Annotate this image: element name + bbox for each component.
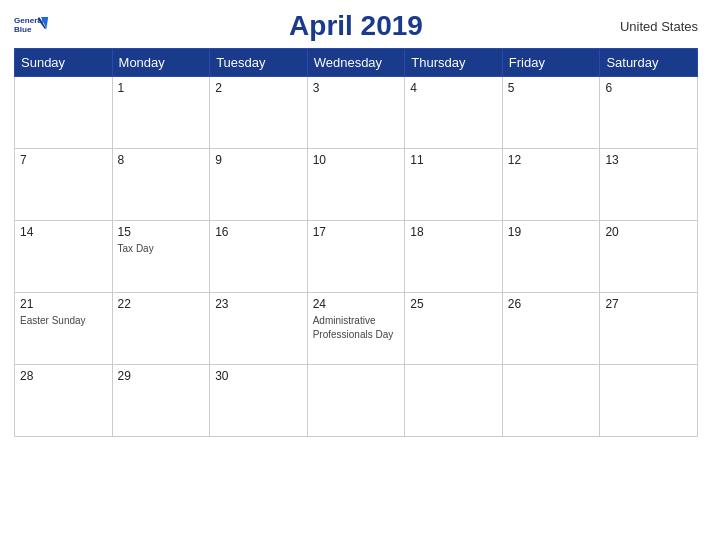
event-label: Administrative Professionals Day xyxy=(313,315,394,340)
week-row-1: 123456 xyxy=(15,77,698,149)
day-number: 19 xyxy=(508,225,595,239)
day-number: 8 xyxy=(118,153,205,167)
calendar-title: April 2019 xyxy=(289,10,423,42)
day-cell: 8 xyxy=(112,149,210,221)
day-cell: 7 xyxy=(15,149,113,221)
event-label: Easter Sunday xyxy=(20,315,86,326)
day-number: 2 xyxy=(215,81,302,95)
week-row-4: 21Easter Sunday222324Administrative Prof… xyxy=(15,293,698,365)
day-number: 29 xyxy=(118,369,205,383)
day-cell: 16 xyxy=(210,221,308,293)
day-number: 13 xyxy=(605,153,692,167)
weekday-saturday: Saturday xyxy=(600,49,698,77)
weekday-tuesday: Tuesday xyxy=(210,49,308,77)
day-number: 17 xyxy=(313,225,400,239)
weekday-header-row: SundayMondayTuesdayWednesdayThursdayFrid… xyxy=(15,49,698,77)
calendar-wrapper: General Blue April 2019 United States Su… xyxy=(0,0,712,550)
day-number: 12 xyxy=(508,153,595,167)
event-label: Tax Day xyxy=(118,243,154,254)
day-number: 26 xyxy=(508,297,595,311)
day-cell xyxy=(502,365,600,437)
day-number: 10 xyxy=(313,153,400,167)
day-number: 20 xyxy=(605,225,692,239)
day-cell xyxy=(307,365,405,437)
day-number: 1 xyxy=(118,81,205,95)
calendar-header: General Blue April 2019 United States xyxy=(14,10,698,42)
week-row-5: 282930 xyxy=(15,365,698,437)
day-number: 6 xyxy=(605,81,692,95)
day-cell: 23 xyxy=(210,293,308,365)
day-number: 23 xyxy=(215,297,302,311)
day-number: 16 xyxy=(215,225,302,239)
day-cell xyxy=(405,365,503,437)
day-cell: 28 xyxy=(15,365,113,437)
day-number: 30 xyxy=(215,369,302,383)
day-cell: 21Easter Sunday xyxy=(15,293,113,365)
day-cell: 4 xyxy=(405,77,503,149)
day-cell: 15Tax Day xyxy=(112,221,210,293)
day-number: 18 xyxy=(410,225,497,239)
day-number: 3 xyxy=(313,81,400,95)
logo: General Blue xyxy=(14,12,50,40)
svg-text:Blue: Blue xyxy=(14,25,32,34)
day-cell: 2 xyxy=(210,77,308,149)
day-number: 22 xyxy=(118,297,205,311)
day-cell: 11 xyxy=(405,149,503,221)
weekday-friday: Friday xyxy=(502,49,600,77)
day-number: 15 xyxy=(118,225,205,239)
day-cell: 18 xyxy=(405,221,503,293)
day-number: 11 xyxy=(410,153,497,167)
day-cell: 6 xyxy=(600,77,698,149)
weekday-monday: Monday xyxy=(112,49,210,77)
weekday-wednesday: Wednesday xyxy=(307,49,405,77)
day-cell: 20 xyxy=(600,221,698,293)
weekday-sunday: Sunday xyxy=(15,49,113,77)
day-number: 24 xyxy=(313,297,400,311)
day-cell: 26 xyxy=(502,293,600,365)
day-number: 27 xyxy=(605,297,692,311)
week-row-3: 1415Tax Day1617181920 xyxy=(15,221,698,293)
calendar-table: SundayMondayTuesdayWednesdayThursdayFrid… xyxy=(14,48,698,437)
day-cell: 14 xyxy=(15,221,113,293)
day-number: 25 xyxy=(410,297,497,311)
day-cell: 22 xyxy=(112,293,210,365)
day-cell: 30 xyxy=(210,365,308,437)
day-cell: 10 xyxy=(307,149,405,221)
day-cell: 13 xyxy=(600,149,698,221)
week-row-2: 78910111213 xyxy=(15,149,698,221)
day-number: 14 xyxy=(20,225,107,239)
day-cell xyxy=(15,77,113,149)
weekday-thursday: Thursday xyxy=(405,49,503,77)
day-number: 4 xyxy=(410,81,497,95)
day-cell: 9 xyxy=(210,149,308,221)
day-cell: 24Administrative Professionals Day xyxy=(307,293,405,365)
day-number: 28 xyxy=(20,369,107,383)
day-number: 5 xyxy=(508,81,595,95)
country-label: United States xyxy=(620,19,698,34)
day-number: 7 xyxy=(20,153,107,167)
day-cell: 19 xyxy=(502,221,600,293)
day-cell: 25 xyxy=(405,293,503,365)
day-cell: 12 xyxy=(502,149,600,221)
day-cell: 17 xyxy=(307,221,405,293)
day-cell: 29 xyxy=(112,365,210,437)
day-number: 21 xyxy=(20,297,107,311)
day-cell: 5 xyxy=(502,77,600,149)
day-cell: 1 xyxy=(112,77,210,149)
day-cell: 3 xyxy=(307,77,405,149)
day-number: 9 xyxy=(215,153,302,167)
day-cell: 27 xyxy=(600,293,698,365)
day-cell xyxy=(600,365,698,437)
